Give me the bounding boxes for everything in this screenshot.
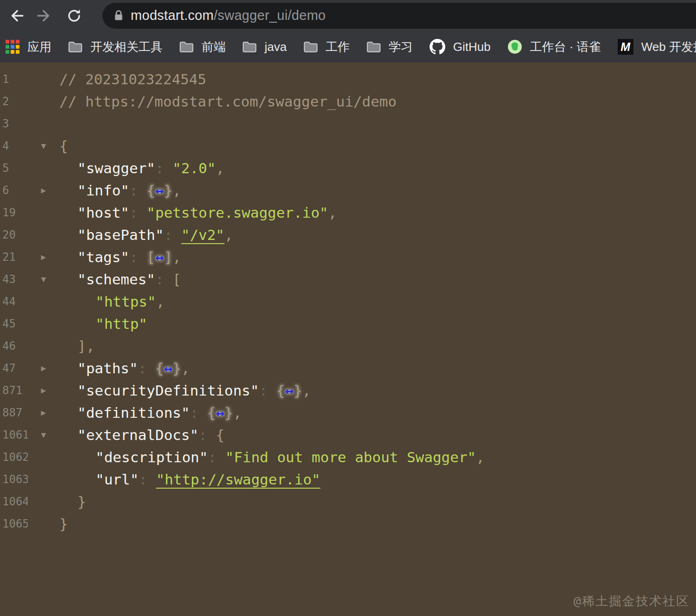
code-line: 1063"url": "http://swagger.io" [0, 468, 696, 490]
fold-expanded-icon[interactable]: ▼ [28, 268, 59, 290]
token-str: "https" [95, 293, 156, 310]
address-bar[interactable]: modstart.com/swagger_ui/demo [102, 3, 696, 29]
token-comment: // https://modstart.com/swagger_ui/demo [59, 93, 397, 110]
token-colon: : [190, 404, 207, 421]
code-text: { [59, 135, 696, 157]
line-number: 43 [0, 268, 28, 290]
bookmark-item[interactable]: 工作 [304, 39, 350, 55]
token-punc: , [476, 449, 485, 465]
code-text: "description": "Find out more about Swag… [59, 446, 696, 468]
forward-button[interactable] [34, 5, 56, 27]
bookmark-item[interactable]: 前端 [179, 39, 226, 55]
fold-collapsed-icon[interactable]: ▶ [28, 179, 59, 201]
expand-arrow-icon: ↔ [155, 182, 164, 199]
token-str: "Find out more about Swagger" [225, 449, 476, 465]
token-punc: } [59, 515, 68, 532]
bookmark-label: Web 开发技术 | M. [641, 39, 696, 55]
code-line: 46], [0, 335, 696, 357]
expand-placeholder[interactable]: {↔} [155, 360, 181, 377]
token-punc: , [172, 182, 181, 199]
token-key: "definitions" [77, 404, 190, 421]
token-punc: ], [77, 338, 95, 354]
token-punc: , [172, 249, 181, 265]
code-text: "http" [59, 313, 696, 335]
fold-spacer [28, 490, 59, 513]
fold-spacer [28, 68, 59, 90]
expand-placeholder[interactable]: {↔} [146, 182, 172, 199]
token-colon: : [138, 360, 155, 377]
fold-spacer [28, 468, 59, 490]
code-line: 47▶"paths": {↔}, [0, 357, 696, 379]
github-icon [430, 39, 445, 55]
bookmark-item[interactable]: 开发相关工具 [68, 39, 163, 55]
code-line: 871▶"securityDefinitions": {↔}, [0, 379, 696, 402]
line-number: 1064 [0, 490, 28, 513]
token-colon: : [155, 271, 172, 288]
token-colon: : [164, 226, 181, 243]
line-number: 44 [0, 290, 28, 313]
bookmark-item[interactable]: java [242, 40, 287, 54]
json-link[interactable]: "http://swagger.io" [156, 471, 321, 488]
line-number: 1062 [0, 446, 28, 468]
fold-expanded-icon[interactable]: ▼ [28, 135, 59, 157]
token-key: "paths" [77, 360, 138, 377]
line-number: 19 [0, 201, 28, 224]
fold-collapsed-icon[interactable]: ▶ [28, 357, 59, 379]
code-text: // 20231023224545 [59, 68, 696, 90]
token-colon: : [155, 160, 172, 176]
expand-placeholder[interactable]: {↔} [276, 382, 302, 399]
code-line: 6▶"info": {↔}, [0, 179, 696, 201]
code-text: "swagger": "2.0", [59, 157, 696, 179]
code-text: "externalDocs": { [59, 424, 696, 446]
expand-placeholder[interactable]: [↔] [146, 249, 172, 265]
code-line: 5"swagger": "2.0", [0, 157, 696, 179]
bookmark-label: 应用 [27, 39, 51, 55]
bookmark-label: GitHub [453, 40, 491, 54]
token-colon: : [139, 471, 156, 488]
bookmark-label: 学习 [389, 39, 413, 55]
fold-collapsed-icon[interactable]: ▶ [28, 402, 59, 424]
code-line: 4▼{ [0, 135, 696, 157]
code-line: 1061▼"externalDocs": { [0, 424, 696, 446]
token-key: "swagger" [77, 160, 155, 176]
modstart-m-icon: M [618, 39, 633, 55]
line-number: 45 [0, 313, 28, 335]
token-punc: { [59, 138, 68, 154]
bookmark-label: 开发相关工具 [90, 39, 163, 55]
token-key: "url" [95, 471, 139, 488]
token-punc: , [328, 204, 337, 221]
lock-icon[interactable] [114, 9, 124, 22]
fold-collapsed-icon[interactable]: ▶ [28, 246, 59, 268]
back-button[interactable] [5, 5, 27, 27]
line-number: 6 [0, 179, 28, 201]
bookmark-item[interactable]: MWeb 开发技术 | M. [618, 39, 696, 55]
bookmark-item[interactable]: 工作台 · 语雀 [507, 39, 601, 55]
token-key: "externalDocs" [77, 427, 198, 443]
fold-spacer [28, 201, 59, 224]
fold-spacer [28, 113, 59, 135]
folder-icon [68, 41, 82, 53]
expand-placeholder[interactable]: {↔} [207, 404, 233, 421]
token-str: "http" [95, 315, 147, 332]
fold-spacer [28, 157, 59, 179]
bookmark-item[interactable]: 应用 [6, 39, 51, 55]
line-number: 1061 [0, 424, 28, 446]
json-link[interactable]: "/v2" [181, 226, 224, 243]
line-number: 20 [0, 224, 28, 246]
code-text: "basePath": "/v2", [59, 224, 696, 246]
token-punc: { [216, 427, 225, 443]
apps-grid-icon [6, 40, 19, 54]
fold-spacer [28, 224, 59, 246]
code-text: "definitions": {↔}, [59, 402, 696, 424]
code-area: 1// 202310232245452// https://modstart.c… [0, 68, 696, 535]
code-line: 1// 20231023224545 [0, 68, 696, 90]
fold-expanded-icon[interactable]: ▼ [28, 424, 59, 446]
line-number: 5 [0, 157, 28, 179]
reload-button[interactable] [63, 5, 85, 27]
forward-arrow-icon [36, 7, 54, 25]
line-number: 21 [0, 246, 28, 268]
fold-collapsed-icon[interactable]: ▶ [28, 379, 59, 402]
watermark: @稀土掘金技术社区 [574, 590, 690, 612]
bookmark-item[interactable]: 学习 [367, 39, 413, 55]
bookmark-item[interactable]: GitHub [430, 39, 491, 55]
